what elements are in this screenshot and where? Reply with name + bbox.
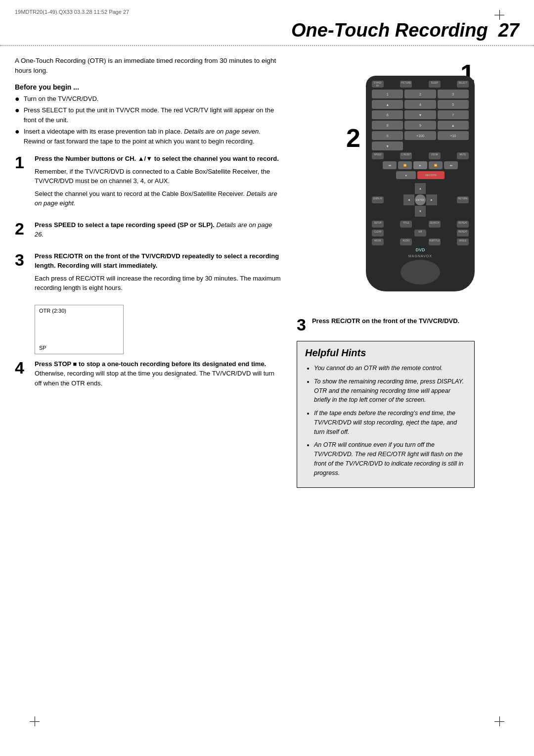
step-2: 2 Press SPEED to select a tape recording… <box>15 220 282 242</box>
nav-cross: ▲ ◄ ENTER ► ▼ <box>403 183 437 217</box>
play-btn[interactable]: ▶ <box>413 161 427 169</box>
intro-text: A One-Touch Recording (OTR) is an immedi… <box>15 56 282 76</box>
number-grid: 1 2 3 ▲ 4 5 6 ▼ 7 8 9 ▲ II <box>372 90 469 150</box>
mute-btn[interactable]: MUTE <box>457 152 469 159</box>
bullet-dot: ● <box>15 94 20 104</box>
otr-bottom-label: SP <box>39 345 46 351</box>
remote-body: STAND-BY PICTURE SLEEP SELECT 1 2 3 ▲ 4 <box>366 76 475 291</box>
clear-row: CLEAR A/B REPEAT <box>372 230 469 236</box>
ch-down-btn[interactable]: ▼ <box>404 110 436 119</box>
speed-btn[interactable]: SPEED <box>372 152 384 159</box>
sleep-btn[interactable]: SLEEP <box>429 81 441 88</box>
btn-4[interactable]: 4 <box>404 100 436 109</box>
nav-enter[interactable]: ENTER <box>415 194 426 205</box>
picture-btn[interactable]: PICTURE <box>400 81 412 88</box>
btn-5[interactable]: 5 <box>438 100 469 109</box>
step-1-number: 1 <box>15 154 30 171</box>
step-4-content: Press STOP ■ to stop a one-touch recordi… <box>35 359 282 391</box>
btn-10[interactable]: +10 <box>438 131 469 140</box>
bullet-dot: ● <box>15 105 20 125</box>
step-num-2-remote: 2 <box>346 125 360 151</box>
clear-btn[interactable]: CLEAR <box>372 230 384 236</box>
page-title-area: One-Touch Recording 27 <box>0 15 534 46</box>
nav-down[interactable]: ▼ <box>415 206 426 217</box>
step-2-content: Press SPEED to select a tape recording s… <box>35 220 282 242</box>
mode-btn[interactable]: MODE <box>372 238 384 245</box>
ch-up-btn[interactable]: ▲ <box>372 100 403 109</box>
fast-forward-btn[interactable]: ⏩ <box>429 161 443 169</box>
step-3-right-text: Press REC/OTR on the front of the TV/VCR… <box>312 316 459 326</box>
hint-item: If the tape ends before the recording's … <box>314 409 466 436</box>
remote-top-buttons: STAND-BY PICTURE SLEEP SELECT <box>372 81 469 88</box>
subtitle-btn[interactable]: SUBTITLE <box>429 238 441 245</box>
step-4: 4 Press STOP ■ to stop a one-touch recor… <box>15 359 282 391</box>
btn-8[interactable]: 8 <box>372 121 403 130</box>
remote-section: 1 2 4 STAND-BY PICTURE SLEEP SELECT <box>346 61 475 308</box>
step-2-number: 2 <box>15 220 30 237</box>
nav-right[interactable]: ► <box>426 194 437 205</box>
nav-row: DISPLAY ▲ ◄ ENTER ► <box>372 183 469 217</box>
right-column: 1 2 4 STAND-BY PICTURE SLEEP SELECT <box>297 56 475 488</box>
repeat-btn[interactable]: REPEAT <box>457 221 469 228</box>
nav-left[interactable]: ◄ <box>403 194 414 205</box>
standby-btn[interactable]: STAND-BY <box>372 81 384 88</box>
dvd-logo: DVD <box>372 247 469 252</box>
display-btn[interactable]: DISPLAY <box>372 196 384 203</box>
btn-II[interactable]: II <box>372 131 403 140</box>
step-4-number: 4 <box>15 359 30 376</box>
page-title: One-Touch Recording 27 <box>291 20 519 41</box>
remote-bottom-oval <box>400 260 440 284</box>
vol-up-btn[interactable]: ▲ <box>438 121 469 130</box>
nav-up[interactable]: ▲ <box>415 183 426 194</box>
remote-wrapper: 1 2 4 STAND-BY PICTURE SLEEP SELECT <box>297 61 475 308</box>
btn-6[interactable]: 6 <box>372 110 403 119</box>
nav-section: DISPLAY ▲ ◄ ENTER ► <box>372 183 469 217</box>
step-3-number: 3 <box>15 251 30 268</box>
setup-btn[interactable]: SETUP <box>372 221 384 228</box>
otr-top-label: OTR (2:30) <box>39 308 66 314</box>
repeat2-btn[interactable]: REPEAT <box>457 230 469 236</box>
hint-item: You cannot do an OTR with the remote con… <box>314 364 466 373</box>
rewind-btn[interactable]: ⏮ <box>383 161 397 169</box>
title-btn[interactable]: TITLE <box>400 221 412 228</box>
crosshair-bottom-left <box>30 716 40 726</box>
vol-down-btn[interactable]: ▼ <box>372 142 403 150</box>
transport-controls: ⏮ ⏪ ▶ ⏩ ⏭ <box>372 161 469 169</box>
setup-row: SETUP TITLE SEARCH REPEAT <box>372 221 469 228</box>
angle-btn[interactable]: ANGLE <box>457 238 469 245</box>
ab-btn[interactable]: A/B <box>414 230 426 236</box>
helpful-hints-title: Helpful Hints <box>305 347 466 359</box>
list-item: ● Turn on the TV/VCR/DVD. <box>15 94 282 104</box>
hint-item: To show the remaining recording time, pr… <box>314 377 466 405</box>
helpful-hints-box: Helpful Hints You cannot do an OTR with … <box>297 341 475 488</box>
main-content: A One-Touch Recording (OTR) is an immedi… <box>0 56 534 488</box>
before-begin-list: ● Turn on the TV/VCR/DVD. ● Press SELECT… <box>15 94 282 146</box>
list-item: ● Insert a videotape with its erase prev… <box>15 127 282 146</box>
btn-2[interactable]: 2 <box>404 90 436 98</box>
step-1: 1 Press the Number buttons or CH. ▲/▼ to… <box>15 154 282 211</box>
btn-9[interactable]: 9 <box>404 121 436 130</box>
btn-100[interactable]: +100 <box>404 131 436 140</box>
otr-display-box: OTR (2:30) SP <box>35 305 124 354</box>
rec-otr-btn[interactable]: REC/OTR <box>417 171 445 179</box>
left-column: A One-Touch Recording (OTR) is an immedi… <box>15 56 282 488</box>
creset-btn[interactable]: C.RESET <box>400 152 412 159</box>
step-3: 3 Press REC/OTR on the front of the TV/V… <box>15 251 282 296</box>
btn-3[interactable]: 3 <box>438 90 469 98</box>
end-btn[interactable]: ⏭ <box>444 161 458 169</box>
remote-control: STAND-BY PICTURE SLEEP SELECT 1 2 3 ▲ 4 <box>366 66 475 301</box>
step-3-content: Press REC/OTR on the front of the TV/VCR… <box>35 251 282 296</box>
brand-label: MAGNAVOX <box>372 254 469 258</box>
stop-btn[interactable]: ■ <box>396 171 416 179</box>
hint-item: An OTR will continue even if you turn of… <box>314 440 466 477</box>
audio-btn[interactable]: AUDIO <box>400 238 412 245</box>
btn-1[interactable]: 1 <box>372 90 403 98</box>
search-btn[interactable]: SEARCH <box>429 221 441 228</box>
select-btn[interactable]: SELECT <box>457 81 469 88</box>
return-btn[interactable]: RETURN <box>457 196 469 203</box>
bullet-dot: ● <box>15 127 20 146</box>
zoom-btn[interactable]: ZOOM <box>429 152 441 159</box>
step-3-right: 3 Press REC/OTR on the front of the TV/V… <box>297 316 475 333</box>
btn-7[interactable]: 7 <box>438 110 469 119</box>
fast-rewind-btn[interactable]: ⏪ <box>398 161 412 169</box>
